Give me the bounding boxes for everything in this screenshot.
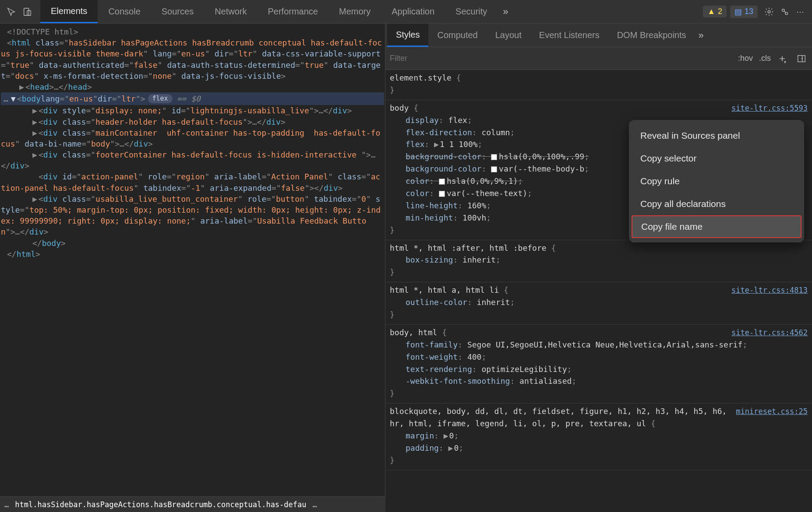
warning-icon: ▲	[707, 7, 715, 16]
elements-panel: <!DOCTYPE html><html class="hasSidebar h…	[0, 24, 385, 496]
context-menu-item[interactable]: Copy all declarations	[629, 193, 804, 215]
css-source-link[interactable]: site-ltr.css:5593	[731, 102, 808, 114]
computed-sidebar-icon[interactable]	[795, 53, 808, 65]
styles-filter-bar: :hov .cls ▾	[385, 47, 812, 70]
tab-security[interactable]: Security	[445, 0, 498, 23]
styles-panel: StylesComputedLayoutEvent ListenersDOM B…	[385, 24, 812, 496]
css-rule[interactable]: element.style {}	[385, 70, 812, 100]
tab-sources[interactable]: Sources	[151, 0, 204, 23]
css-declaration[interactable]: margin: ▶0;	[406, 430, 808, 442]
dom-breadcrumbs[interactable]: … html.hasSidebar.hasPageActions.hasBrea…	[0, 496, 385, 512]
dom-node[interactable]: ▶<div class="mainContainer uhf-container…	[1, 127, 384, 149]
settings-icon[interactable]	[761, 4, 777, 20]
dom-node[interactable]: ▶<head>…</head>	[1, 81, 384, 92]
css-rule[interactable]: html *, html :after, html :before {box-s…	[385, 240, 812, 283]
dom-tree[interactable]: <!DOCTYPE html><html class="hasSidebar h…	[0, 24, 385, 262]
dom-node[interactable]: </body>	[1, 238, 384, 249]
inspect-icon[interactable]	[4, 4, 19, 20]
css-declaration[interactable]: padding: ▶0;	[406, 442, 808, 454]
main-tabs: ElementsConsoleSourcesNetworkPerformance…	[40, 0, 498, 23]
main-split: <!DOCTYPE html><html class="hasSidebar h…	[0, 24, 812, 496]
tab-application[interactable]: Application	[381, 0, 445, 23]
hov-toggle[interactable]: :hov	[738, 54, 753, 63]
tab-performance[interactable]: Performance	[258, 0, 329, 23]
breadcrumb-dots[interactable]: …	[4, 500, 9, 509]
message-icon: ▤	[734, 7, 742, 17]
dom-node[interactable]: </html>	[1, 249, 384, 260]
breadcrumb-dots-right[interactable]: …	[313, 500, 317, 509]
subtab-event-listeners[interactable]: Event Listeners	[530, 24, 608, 47]
dom-node[interactable]: ▶<div class="usabilla_live_button_contai…	[1, 193, 384, 238]
customize-icon[interactable]	[777, 4, 793, 20]
styles-context-menu: Reveal in Sources panelCopy selectorCopy…	[629, 120, 804, 242]
css-rule[interactable]: blockquote, body, dd, dl, dt, fieldset, …	[385, 403, 812, 470]
context-menu-item[interactable]: Reveal in Sources panel	[629, 124, 804, 147]
css-declaration[interactable]: box-sizing: inherit;	[406, 254, 808, 266]
breadcrumb-active[interactable]: html.hasSidebar.hasPageActions.hasBreadc…	[15, 500, 306, 509]
errors-badge[interactable]: ▤ 13	[730, 6, 758, 18]
context-menu-item[interactable]: Copy selector	[629, 147, 804, 170]
warnings-count: 2	[718, 7, 722, 16]
tab-memory[interactable]: Memory	[328, 0, 381, 23]
subtab-computed[interactable]: Computed	[428, 24, 486, 47]
dom-node[interactable]: <!DOCTYPE html>	[1, 26, 384, 37]
styles-subtabs: StylesComputedLayoutEvent ListenersDOM B…	[385, 24, 812, 47]
css-source-link[interactable]: site-ltr.css:4813	[731, 284, 808, 296]
css-declaration[interactable]: text-rendering: optimizeLegibility;	[406, 363, 808, 375]
context-menu-item[interactable]: Copy rule	[629, 170, 804, 193]
css-declaration[interactable]: font-weight: 400;	[406, 351, 808, 363]
device-toolbar-icon[interactable]	[19, 4, 35, 20]
dom-node[interactable]: <html class="hasSidebar hasPageActions h…	[1, 37, 384, 81]
subtab-dom-breakpoints[interactable]: DOM Breakpoints	[608, 24, 695, 47]
dom-node[interactable]: ▶<div style="display: none;" id="lightni…	[1, 105, 384, 116]
tab-elements[interactable]: Elements	[40, 0, 98, 23]
css-rule[interactable]: body, html {site-ltr.css:4562font-family…	[385, 325, 812, 403]
tab-network[interactable]: Network	[204, 0, 257, 23]
styles-filter-input[interactable]	[390, 54, 732, 63]
css-declaration[interactable]: font-family: Segoe UI,SegoeUI,Helvetica …	[406, 339, 808, 351]
svg-rect-0	[24, 8, 29, 15]
new-style-rule-icon[interactable]: ▾	[777, 53, 789, 65]
flex-badge[interactable]: flex	[148, 94, 173, 103]
errors-count: 13	[745, 7, 753, 16]
more-tabs-icon[interactable]: »	[498, 4, 513, 20]
subtab-styles[interactable]: Styles	[387, 24, 428, 47]
dom-node[interactable]: ▶<div class="footerContainer has-default…	[1, 149, 384, 171]
svg-point-2	[768, 11, 770, 13]
css-declaration[interactable]: -webkit-font-smoothing: antialiased;	[406, 375, 808, 387]
tab-console[interactable]: Console	[98, 0, 151, 23]
context-menu-item[interactable]: Copy file name	[632, 215, 801, 238]
warnings-badge[interactable]: ▲ 2	[703, 6, 727, 18]
more-subtabs-icon[interactable]: »	[699, 30, 704, 41]
dom-node[interactable]: <div id="action-panel" role="region" ari…	[1, 171, 384, 193]
cls-toggle[interactable]: .cls	[759, 54, 771, 63]
css-rule[interactable]: html *, html a, html li {site-ltr.css:48…	[385, 282, 812, 325]
dom-node[interactable]: ▶<div class="header-holder has-default-f…	[1, 116, 384, 127]
css-declaration[interactable]: outline-color: inherit;	[406, 296, 808, 309]
subtab-layout[interactable]: Layout	[487, 24, 530, 47]
css-source-link[interactable]: site-ltr.css:4562	[731, 327, 808, 338]
devtools-top-bar: ElementsConsoleSourcesNetworkPerformance…	[0, 0, 812, 24]
kebab-menu-icon[interactable]: ⋯	[793, 4, 808, 20]
dom-node-selected[interactable]: …▼<body lang="en-us" dir="ltr">flex== $0	[1, 92, 384, 105]
css-source-link[interactable]: minireset.css:25	[736, 406, 808, 417]
